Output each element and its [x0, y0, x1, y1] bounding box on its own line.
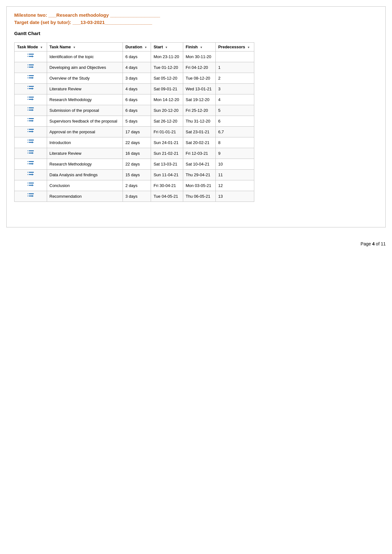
target-line: Target date (set by tutor): ___13-03-202… [14, 20, 378, 25]
finish-cell: Sat 20-02-21 [183, 137, 215, 148]
sort-arrow-finish: ▼ [200, 46, 203, 49]
task-name-cell: Approval on the porposal [47, 127, 123, 137]
col-header-task-name[interactable]: Task Name ▼ [47, 43, 123, 51]
table-row: Introduction22 daysSun 24-01-21Sat 20-02… [15, 137, 254, 148]
page-number-bold: 4 [372, 241, 375, 246]
svg-marker-63 [32, 184, 34, 186]
finish-cell: Wed 13-01-21 [183, 84, 215, 94]
predecessors-cell: 12 [215, 180, 254, 191]
svg-point-66 [28, 193, 29, 194]
duration-cell: 6 days [123, 105, 151, 116]
task-name-cell: Conclusion [47, 180, 123, 191]
task-mode-icon [27, 65, 34, 71]
svg-marker-8 [32, 66, 34, 68]
sort-arrow-duration: ▼ [144, 46, 147, 49]
task-mode-cell [15, 62, 47, 73]
task-mode-icon [27, 151, 34, 157]
sort-arrow-task-mode: ▼ [40, 46, 43, 49]
task-name-cell: Literature Review [47, 84, 123, 94]
task-name-cell: Submission of the proposal [47, 105, 123, 116]
table-row: Recommendation3 daysTue 04-05-21Thu 06-0… [15, 191, 254, 202]
table-row: Developing aim and Objectives4 daysTue 0… [15, 62, 254, 73]
table-row: Literature Review16 daysSun 21-02-21Fri … [15, 148, 254, 159]
task-mode-icon [27, 98, 34, 103]
sort-arrow-start: ▼ [165, 46, 168, 49]
task-mode-icon [27, 119, 34, 124]
predecessors-cell: 11 [215, 170, 254, 180]
predecessors-cell: 5 [215, 105, 254, 116]
svg-point-46 [28, 150, 29, 151]
task-mode-icon [27, 173, 34, 178]
duration-cell: 5 days [123, 116, 151, 127]
predecessors-cell: 6 [215, 116, 254, 127]
svg-point-51 [28, 161, 29, 162]
task-mode-icon [27, 194, 34, 200]
finish-cell: Thu 29-04-21 [183, 170, 215, 180]
col-header-duration[interactable]: Duration ▼ [123, 43, 151, 51]
svg-marker-38 [32, 131, 34, 133]
duration-cell: 3 days [123, 191, 151, 202]
page-footer: Page 4 of 11 [361, 241, 386, 246]
task-mode-icon [27, 55, 34, 60]
gantt-table: Task Mode ▼ Task Name ▼ Duration ▼ Start… [14, 42, 254, 202]
table-row: Research Methodology22 daysSat 13-03-21S… [15, 159, 254, 170]
task-name-cell: Research Methodology [47, 94, 123, 105]
table-row: Conclusion2 daysFri 30-04-21Mon 03-05-21… [15, 180, 254, 191]
table-row: Data Analysis and findings15 daysSun 11-… [15, 170, 254, 180]
duration-cell: 16 days [123, 148, 151, 159]
duration-cell: 3 days [123, 73, 151, 84]
svg-point-19 [28, 88, 29, 89]
start-cell: Sat 05-12-20 [151, 73, 183, 84]
finish-cell: Thu 06-05-21 [183, 191, 215, 202]
svg-point-44 [28, 142, 29, 143]
task-mode-cell [15, 159, 47, 170]
start-cell: Fri 01-01-21 [151, 127, 183, 137]
svg-point-34 [28, 120, 29, 121]
task-name-cell: Literature Review [47, 148, 123, 159]
task-mode-cell [15, 84, 47, 94]
task-mode-icon [27, 76, 34, 81]
svg-point-39 [28, 131, 29, 132]
predecessors-cell: 9 [215, 148, 254, 159]
predecessors-cell: 3 [215, 84, 254, 94]
finish-cell: Fri 12-03-21 [183, 148, 215, 159]
finish-cell: Mon 30-11-20 [183, 51, 215, 62]
table-row: Literature Review4 daysSat 09-01-21Wed 1… [15, 84, 254, 94]
col-header-task-mode[interactable]: Task Mode ▼ [15, 43, 47, 51]
predecessors-cell: 10 [215, 159, 254, 170]
svg-point-61 [28, 183, 29, 184]
task-mode-cell [15, 73, 47, 84]
col-header-finish[interactable]: Finish ▼ [183, 43, 215, 51]
svg-marker-43 [32, 142, 34, 143]
start-cell: Sat 13-03-21 [151, 159, 183, 170]
task-mode-cell [15, 51, 47, 62]
task-mode-icon [27, 108, 34, 114]
svg-point-4 [28, 56, 29, 57]
svg-point-1 [28, 54, 29, 55]
task-mode-cell [15, 116, 47, 127]
svg-point-41 [28, 140, 29, 141]
page-container: Milestone two: ___Research methodology _… [6, 6, 386, 227]
start-cell: Tue 04-05-21 [151, 191, 183, 202]
start-cell: Sun 24-01-21 [151, 137, 183, 148]
task-mode-cell [15, 170, 47, 180]
svg-point-54 [28, 163, 29, 164]
duration-cell: 22 days [123, 159, 151, 170]
start-cell: Sun 20-12-20 [151, 105, 183, 116]
svg-marker-68 [32, 195, 34, 197]
svg-point-16 [28, 86, 29, 87]
sort-arrow-task-name: ▼ [73, 46, 76, 49]
duration-cell: 2 days [123, 180, 151, 191]
duration-cell: 17 days [123, 127, 151, 137]
duration-cell: 22 days [123, 137, 151, 148]
start-cell: Sun 21-02-21 [151, 148, 183, 159]
predecessors-cell: 8 [215, 137, 254, 148]
task-name-cell: Developing aim and Objectives [47, 62, 123, 73]
svg-marker-13 [32, 77, 34, 79]
svg-marker-33 [32, 120, 34, 122]
svg-point-59 [28, 174, 29, 175]
start-cell: Tue 01-12-20 [151, 62, 183, 73]
col-header-predecessors[interactable]: Predecessors ▼ [215, 43, 254, 51]
col-header-start[interactable]: Start ▼ [151, 43, 183, 51]
svg-point-69 [28, 196, 29, 196]
